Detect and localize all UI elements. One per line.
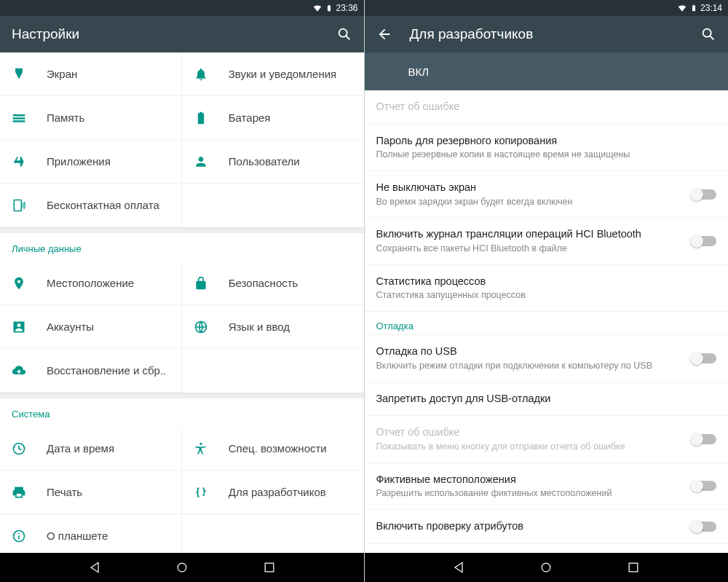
section-personal: Личные данные [0, 233, 364, 261]
clock-text: 23:36 [336, 3, 357, 13]
pref-item[interactable]: Включить журнал трансляции операций HCI … [365, 218, 729, 264]
settings-item-label: Спец. возможности [229, 442, 327, 455]
settings-item-braces[interactable]: Для разработчиков [182, 471, 364, 514]
pref-title: Включить журнал трансляции операций HCI … [376, 227, 684, 242]
user-icon [194, 154, 208, 169]
globe-icon [194, 320, 208, 334]
settings-screen: 23:36 Настройки ЭкранЗвуки и уведомления… [0, 0, 364, 582]
master-switch-bar[interactable]: ВКЛ [365, 52, 729, 90]
developer-content: Отчет об ошибкеПароль для резервного коп… [365, 90, 729, 553]
pref-item[interactable]: Статистика процессовСтатистика запущенны… [365, 265, 729, 312]
search-icon[interactable] [336, 26, 352, 42]
pref-summary: Сохранять все пакеты HCI Bluetooth в фай… [376, 243, 684, 255]
pref-switch[interactable] [692, 189, 716, 200]
battery-icon [194, 111, 208, 125]
clock-text: 23:14 [700, 3, 722, 13]
settings-item-account[interactable]: Аккаунты [0, 305, 182, 349]
battery-icon [690, 3, 697, 13]
section-system: Система [0, 398, 364, 427]
pref-summary: Включить режим отладки при подключении к… [376, 360, 684, 372]
app-bar: Для разработчиков [365, 16, 729, 52]
pref-item[interactable]: Отладка по USBВключить режим отладки при… [365, 335, 729, 382]
settings-item-location[interactable]: Местоположение [0, 261, 182, 305]
clock-icon [12, 441, 26, 456]
pref-switch[interactable] [692, 434, 716, 444]
pref-title: Запретить доступ для USB-отладки [376, 392, 708, 406]
pref-summary: Полные резервные копии в настоящее время… [376, 149, 708, 161]
pref-summary: Показывать в меню кнопку для отправки от… [376, 441, 684, 453]
pref-title: Пароль для резервного копирования [376, 134, 708, 149]
settings-item-label: Приложения [47, 155, 111, 168]
settings-item-apps[interactable]: Приложения [0, 140, 182, 184]
pref-item[interactable]: Выбрать приложение для отладкиПриложение… [365, 544, 729, 553]
pref-item: Отчет об ошибкеПоказывать в меню кнопку … [365, 416, 729, 463]
settings-item-accessibility[interactable]: Спец. возможности [182, 427, 364, 471]
app-bar: Настройки [0, 16, 364, 52]
page-title: Настройки [12, 26, 336, 42]
settings-item-backup[interactable]: Восстановление и сбр.. [0, 349, 182, 393]
settings-item-label: Дата и время [47, 442, 114, 455]
back-icon[interactable] [376, 26, 392, 42]
memory-icon [12, 111, 26, 125]
settings-item-clock[interactable]: Дата и время [0, 427, 182, 471]
settings-item-label: Бесконтактная оплата [47, 199, 159, 211]
settings-item-label: Безопасность [229, 277, 298, 289]
master-switch-label: ВКЛ [408, 66, 430, 78]
pref-item[interactable]: Пароль для резервного копированияПолные … [365, 125, 729, 171]
pref-title: Отчет об ошибке [376, 100, 708, 114]
settings-item-label: Память [47, 111, 84, 124]
settings-item-memory[interactable]: Память [0, 96, 182, 140]
pref-item[interactable]: Запретить доступ для USB-отладки [365, 382, 729, 417]
pref-switch[interactable] [692, 522, 716, 532]
nav-home-icon[interactable] [539, 560, 553, 575]
search-icon[interactable] [700, 26, 716, 42]
pref-summary: Разрешить использование фиктивных местоп… [376, 487, 684, 500]
settings-item-globe[interactable]: Язык и ввод [182, 305, 364, 349]
pref-title: Не выключать экран [376, 181, 684, 195]
nav-back-icon[interactable] [451, 560, 466, 575]
settings-item-battery[interactable]: Батарея [182, 96, 364, 140]
braces-icon [194, 485, 208, 500]
wifi-icon [312, 3, 323, 13]
settings-item-lock[interactable]: Безопасность [182, 261, 364, 305]
pref-title: Статистика процессов [376, 275, 708, 289]
apps-icon [12, 154, 26, 169]
pref-title: Отладка по USB [376, 345, 684, 359]
nfc-icon [12, 198, 26, 213]
settings-item-display[interactable]: Экран [0, 52, 182, 96]
nav-home-icon[interactable] [175, 560, 189, 575]
settings-item-nfc[interactable]: Бесконтактная оплата [0, 184, 182, 227]
bell-icon [194, 67, 208, 82]
pref-switch[interactable] [692, 353, 716, 363]
status-bar: 23:14 [365, 0, 729, 16]
page-title: Для разработчиков [410, 26, 701, 42]
settings-item-label: Батарея [229, 111, 271, 124]
pref-switch[interactable] [692, 236, 716, 246]
settings-item-label: Экран [47, 68, 77, 80]
pref-switch[interactable] [692, 481, 716, 491]
display-icon [12, 67, 26, 82]
account-icon [12, 320, 26, 334]
settings-item-label: Для разработчиков [229, 486, 326, 498]
navigation-bar [365, 553, 729, 582]
print-icon [12, 485, 26, 500]
settings-item-label: Местоположение [47, 277, 134, 289]
nav-back-icon[interactable] [87, 560, 102, 575]
settings-item-print[interactable]: Печать [0, 471, 182, 514]
settings-item-label: О планшете [47, 530, 108, 542]
settings-item-label: Пользователи [229, 155, 300, 168]
settings-item-info[interactable]: О планшете [0, 514, 182, 553]
pref-item[interactable]: Не выключать экранВо время зарядки экран… [365, 171, 729, 218]
pref-title: Отчет об ошибке [376, 425, 684, 440]
section-debug: Отладка [365, 312, 729, 335]
nav-recent-icon[interactable] [262, 560, 277, 575]
status-bar: 23:36 [0, 0, 364, 16]
pref-item[interactable]: Включить проверку атрибутов [365, 510, 729, 544]
settings-item-label: Аккаунты [47, 321, 94, 333]
pref-item[interactable]: Фиктивные местоположенияРазрешить исполь… [365, 463, 729, 510]
pref-item: Отчет об ошибке [365, 90, 729, 125]
settings-item-label: Язык и ввод [229, 321, 290, 333]
nav-recent-icon[interactable] [626, 560, 641, 575]
settings-item-user[interactable]: Пользователи [182, 140, 364, 184]
settings-item-bell[interactable]: Звуки и уведомления [182, 52, 364, 96]
